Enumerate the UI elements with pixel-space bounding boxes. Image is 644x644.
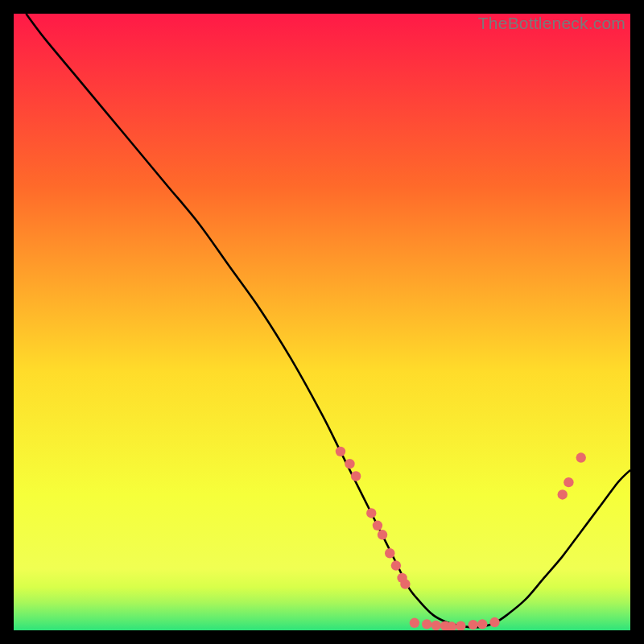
data-point [345,459,354,469]
data-point [366,508,376,518]
data-point [558,489,568,499]
data-point [431,621,441,630]
gradient-background [14,14,630,630]
data-point [422,619,431,629]
watermark-text: TheBottleneck.com [478,14,625,33]
data-point [385,548,394,558]
data-point [468,620,477,630]
data-point [410,618,419,628]
data-point [336,447,345,456]
data-point [373,521,382,530]
data-point [391,560,401,570]
data-point [378,530,387,539]
data-point [400,579,410,588]
chart-frame: TheBottleneck.com [14,14,630,630]
data-point [564,477,573,487]
data-point [576,452,586,462]
chart-svg [14,14,630,630]
data-point [477,619,487,629]
data-point [351,471,361,481]
data-point [489,617,499,627]
